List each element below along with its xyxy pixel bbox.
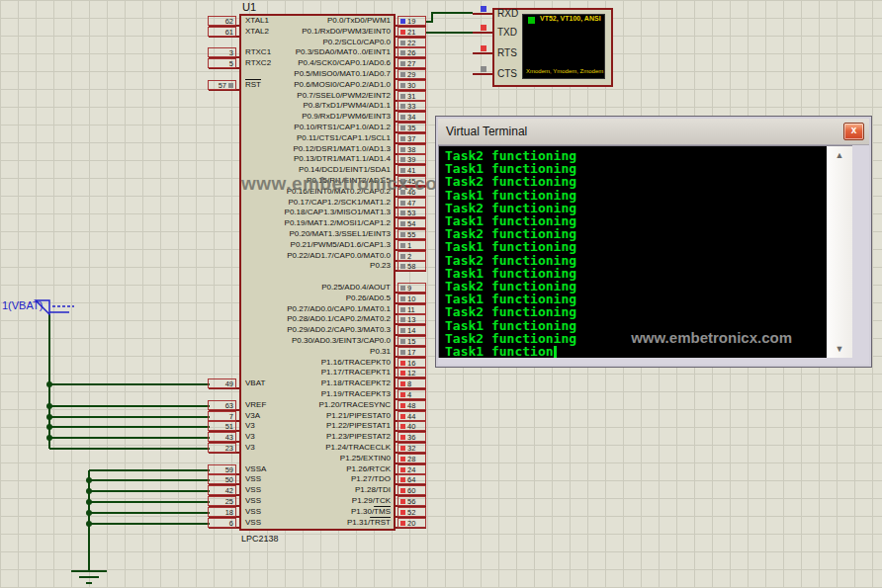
uart-rxd-state-square <box>481 6 486 12</box>
pin-label: RST <box>245 80 364 90</box>
pin-label: XTAL1 <box>245 16 364 26</box>
pin-state-square <box>400 30 405 35</box>
pin-state-square <box>400 350 405 355</box>
pin-label: RTXC2 <box>245 58 364 68</box>
pin-label: P0.8/TxD1/PWM4/AD1.1 <box>249 101 391 111</box>
pin-state-square <box>400 381 405 386</box>
pin-state-square <box>400 328 405 333</box>
pin-label: P0.18/CAP1.3/MISO1/MAT1.3 <box>249 208 391 217</box>
pin-number-box: 38 <box>397 144 426 154</box>
pin-label: VREF <box>245 400 364 410</box>
pin-label: P0.23 <box>249 261 391 271</box>
pin-label: VSS <box>245 485 364 495</box>
pin-number-box: 60 <box>397 485 426 495</box>
pin-label: V3A <box>245 411 364 421</box>
close-icon[interactable]: x <box>843 123 864 140</box>
terminal-line: Task2 functioning <box>445 254 827 267</box>
wire-txd0-to-rxd <box>426 13 473 22</box>
pin-number-box: 6 <box>208 518 236 528</box>
pin-state-square <box>400 403 405 408</box>
pin-label: P0.29/AD0.2/CAP0.3/MAT0.3 <box>249 325 391 335</box>
pin-number-box: 43 <box>208 432 236 442</box>
wire-gnd-branches <box>89 470 210 524</box>
pin-number-box: 62 <box>208 16 236 26</box>
uart-pin-cts: CTS <box>497 68 517 79</box>
pin-number-box: 2 <box>397 251 426 261</box>
pin-number-box: 5 <box>208 58 236 68</box>
pin-state-square <box>400 147 405 152</box>
pin-state-square <box>400 254 405 259</box>
pin-label: P1.19/TRACEPKT3 <box>249 389 391 399</box>
pin-label: P0.11/CTS1/CAP1.1/SCL1 <box>249 133 391 143</box>
pin-number-box: 58 <box>397 261 426 271</box>
pin-state-square <box>400 424 405 429</box>
status-led-icon <box>528 17 535 24</box>
pin-number-box: 20 <box>397 518 426 528</box>
pin-state-square <box>228 83 233 88</box>
pin-state-square <box>400 521 405 526</box>
pin-label: V3 <box>245 432 364 442</box>
window-title: Virtual Terminal <box>446 125 527 138</box>
pin-label: P0.20/MAT1.3/SSEL1/EINT3 <box>249 229 391 239</box>
ground-symbol <box>71 571 107 583</box>
pin-number-box: 3 <box>208 47 236 57</box>
pin-number-box: 49 <box>208 378 236 388</box>
pin-state-square <box>400 488 405 493</box>
pin-state-square <box>400 435 405 440</box>
pin-label: VSS <box>245 507 364 517</box>
wire-vbat-branches <box>49 384 210 449</box>
pin-state-square <box>400 307 405 312</box>
pin-number-box: 10 <box>397 294 426 303</box>
pin-state-square <box>400 499 405 504</box>
vertical-scrollbar[interactable]: ▲ ▼ <box>827 145 852 358</box>
pin-number-box: 31 <box>397 91 426 101</box>
scroll-down-icon[interactable]: ▼ <box>827 342 852 356</box>
scroll-up-icon[interactable]: ▲ <box>827 148 852 162</box>
pin-state-square <box>400 296 405 301</box>
terminal-output: Task2 functioningTask1 functioningTask2 … <box>445 149 827 358</box>
chip-part-number: LPC2138 <box>241 534 279 544</box>
window-titlebar[interactable]: Virtual Terminal x <box>438 119 869 145</box>
schematic-watermark: www.embetronicx.com <box>241 173 455 195</box>
terminal-screen[interactable]: Task2 functioningTask1 functioningTask2 … <box>438 145 827 358</box>
pin-label: XTAL2 <box>245 27 364 37</box>
pin-number-box: 36 <box>397 432 426 442</box>
pin-number-box: 18 <box>208 507 236 517</box>
pin-number-box: 11 <box>397 304 426 314</box>
pin-number-box: 17 <box>397 347 426 357</box>
proteus-schematic-canvas[interactable]: { "watermarks": { "schematic": "www.embe… <box>0 0 882 588</box>
pin-number-box: 8 <box>397 378 426 388</box>
uart-txd-stub <box>473 32 492 34</box>
terminal-watermark: www.embetronicx.com <box>631 329 792 346</box>
pin-label: P0.10/RTS1/CAP1.0/AD1.2 <box>249 123 391 132</box>
pin-label: P1.25/EXTIN0 <box>249 454 391 463</box>
terminal-line: Task1 functioning <box>445 240 827 253</box>
pin-number-box: 30 <box>397 80 426 90</box>
uart-pin-rxd: RXD <box>497 8 518 19</box>
vt-modes-label: VT52, VT100, ANSI <box>540 15 601 22</box>
pin-label: P1.17/TRACEPKT1 <box>249 368 391 378</box>
pin-label: P0.21/PWM5/AD1.6/CAP1.3 <box>249 240 391 250</box>
pin-label: P0.17/CAP1.2/SCK1/MAT1.2 <box>249 198 391 208</box>
pin-number-box: 22 <box>397 38 426 47</box>
pin-number-box: 27 <box>397 58 426 68</box>
pin-number-box: 14 <box>397 325 426 335</box>
pin-state-square <box>400 317 405 322</box>
uart-pin-rts: RTS <box>497 47 517 58</box>
vt-protocols-label: Xmodem, Ymodem, Zmodem <box>526 68 603 74</box>
pin-number-box: 32 <box>397 443 426 453</box>
pin-number-box: 64 <box>397 474 426 484</box>
pin-number-box: 54 <box>397 218 426 228</box>
pin-state-square <box>400 457 405 462</box>
window-frame: Virtual Terminal x Task2 functioningTask… <box>436 117 871 367</box>
pin-label: P0.19/MAT1.2/MOSI1/CAP1.2 <box>249 218 391 228</box>
pin-number-box: 59 <box>208 464 236 474</box>
chip-reference: U1 <box>242 1 256 13</box>
virtual-terminal-window: Virtual Terminal x Task2 functioningTask… <box>435 116 872 368</box>
pin-label: V3 <box>245 443 364 453</box>
pin-number-box: 29 <box>397 69 426 79</box>
pin-label: RTXC1 <box>245 47 364 57</box>
pin-number-box: 47 <box>397 198 426 208</box>
pin-label: VSSA <box>245 464 364 474</box>
pin-state-square <box>400 136 405 141</box>
